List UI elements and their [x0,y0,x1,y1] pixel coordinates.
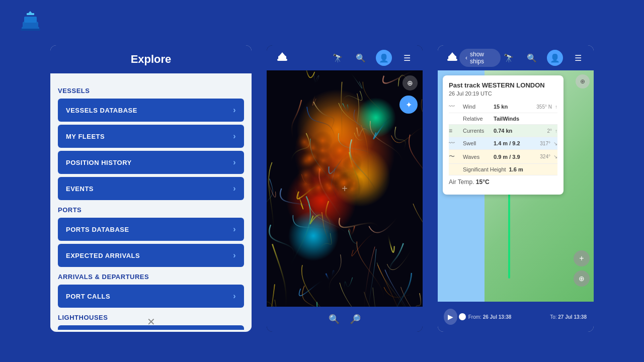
arrow-icon: › [233,184,236,193]
close-button[interactable]: ✕ [147,316,155,328]
user-button-right[interactable]: 👤 [547,50,563,66]
menu-button[interactable]: ☰ [399,50,415,66]
compass-icon: ⊕ [403,75,418,90]
svg-marker-6 [279,52,285,56]
left-panel: Explore VESSELS VESSELS DATABASE › MY FL… [50,45,252,332]
menu-vessels-database[interactable]: VESSELS DATABASE › [58,99,244,122]
heat-map: ⊕ ✦ + [267,70,423,307]
header-icons: 🔭 🔍 👤 ☰ [330,50,415,66]
from-label: From: 26 Jul 13:38 [468,314,512,320]
ship-icon-right [445,50,459,66]
timeline-dot[interactable] [459,313,466,320]
currents-icon: ≡ [449,127,460,134]
menu-button-right[interactable]: ☰ [570,50,586,66]
waves-row: 〜 Waves 0.9 m / 3.9 324° ↘ [449,150,557,164]
wind-speed: 15 kn [494,104,533,110]
to-date: 27 Jul 13:38 [558,314,587,320]
zoom-in-button[interactable]: + [574,250,590,266]
waves-significant: 1.6 m [509,166,557,172]
middle-header: 🔭 🔍 👤 ☰ [267,45,423,70]
ship-icon [274,50,290,66]
menu-ports-database[interactable]: PORTS DATABASE › [58,218,244,241]
svg-marker-9 [449,52,455,56]
user-button[interactable]: 👤 [376,50,392,66]
waves-arrow: ↘ [553,154,557,159]
right-header: ‹ show ships 🔭 🔍 👤 ☰ [438,45,594,70]
currents-row: ≡ Currents 0.74 kn 2° ↑ [449,125,557,137]
top-bar [0,0,644,45]
swell-label: Swell [463,140,491,146]
menu-my-fleets[interactable]: MY FLEETS › [58,125,244,148]
to-label: To: 27 Jul 13:38 [550,314,587,320]
middle-panel: 🔭 🔍 👤 ☰ ⊕ ✦ + 🔍 🔎 [267,45,423,332]
section-vessels: VESSELS [58,87,244,95]
swell-direction: 317° [540,141,550,146]
zoom-out-icon[interactable]: 🔎 [350,314,361,325]
play-button[interactable]: ▶ [444,309,457,325]
zoom-out-button[interactable]: ⊕ [574,270,590,287]
main-content: Explore VESSELS VESSELS DATABASE › MY FL… [0,45,644,362]
svg-rect-10 [448,56,456,59]
back-button[interactable]: ‹ show ships [459,49,501,67]
currents-label: Currents [463,128,491,134]
info-title: Past track WESTERN LONDON [449,81,557,89]
relative-label: Relative [463,116,491,122]
right-header-icons: 🔭 🔍 👤 ☰ [501,50,586,66]
menu-expected-arrivals[interactable]: EXPECTED ARRIVALS › [58,244,244,267]
arrow-icon: › [233,251,236,260]
menu-position-history[interactable]: POSITION HISTORY › [58,151,244,174]
back-label: show ships [470,51,495,65]
waves-direction: 324° [540,154,550,159]
left-panel-header: Explore [50,45,252,73]
waves-label: Waves [463,154,491,160]
swell-height: 1.4 m / 9.2 [494,140,537,146]
wind-row: 〰 Wind 15 kn 355° N ↑ [449,101,557,113]
currents-direction: 2° [547,128,552,134]
arrow-icon: › [233,225,236,234]
right-panel: ‹ show ships 🔭 🔍 👤 ☰ ⊕ + ⊕ Past track WE… [438,45,594,332]
arrow-icon: › [233,292,236,301]
svg-rect-8 [277,59,287,61]
arrow-icon: › [233,106,236,115]
logo-icon [17,9,44,37]
wind-icon: 〰 [449,103,460,110]
middle-footer: 🔍 🔎 [267,307,423,332]
wind-direction: 355° N [536,104,552,110]
explore-title: Explore [58,53,244,66]
arrow-icon: › [233,158,236,167]
svg-rect-5 [21,29,40,31]
binoculars-button[interactable]: 🔭 [330,50,346,66]
menu-port-calls[interactable]: PORT CALLS › [58,285,244,308]
sig-height-label: Significant Height [463,166,506,172]
right-footer: ▶ From: 26 Jul 13:38 To: 27 Jul 13:38 [438,302,594,332]
arrow-icon: › [233,132,236,141]
air-temp-row: Air Temp. 15°C [449,175,557,189]
zoom-in-icon[interactable]: 🔍 [329,314,340,325]
swell-arrow: ↘ [553,141,557,146]
info-card: Past track WESTERN LONDON 26 Jul 20:19 U… [443,75,564,195]
binoculars-button-right[interactable]: 🔭 [501,50,517,66]
back-arrow: ‹ [465,54,467,61]
search-button[interactable]: 🔍 [353,50,369,66]
search-button-right[interactable]: 🔍 [524,50,540,66]
wind-label: Wind [463,104,491,110]
wind-relative: TailWinds [494,116,557,122]
left-panel-body: VESSELS VESSELS DATABASE › MY FLEETS › P… [50,73,252,330]
crosshair-icon: + [342,183,348,195]
svg-rect-11 [447,59,457,61]
section-ports: PORTS [58,206,244,214]
map-terrain: ⊕ + ⊕ Past track WESTERN LONDON 26 Jul 2… [438,70,594,302]
app-logo [15,8,45,38]
svg-rect-3 [24,17,37,23]
menu-events[interactable]: EVENTS › [58,177,244,200]
layers-icon[interactable]: ✦ [399,96,418,114]
waves-icon: 〜 [449,152,460,161]
from-date: 26 Jul 13:38 [483,314,512,320]
compass-right-icon: ⊕ [576,74,590,88]
currents-arrow: ↑ [555,128,557,134]
swell-row: 〰 Swell 1.4 m / 9.2 317° ↘ [449,137,557,150]
waves-sig-row: Significant Height 1.6 m [449,164,557,175]
wind-relative-row: Relative TailWinds [449,113,557,125]
section-arrivals: ARRIVALS & DEPARTURES [58,273,244,281]
currents-speed: 0.74 kn [494,128,544,134]
